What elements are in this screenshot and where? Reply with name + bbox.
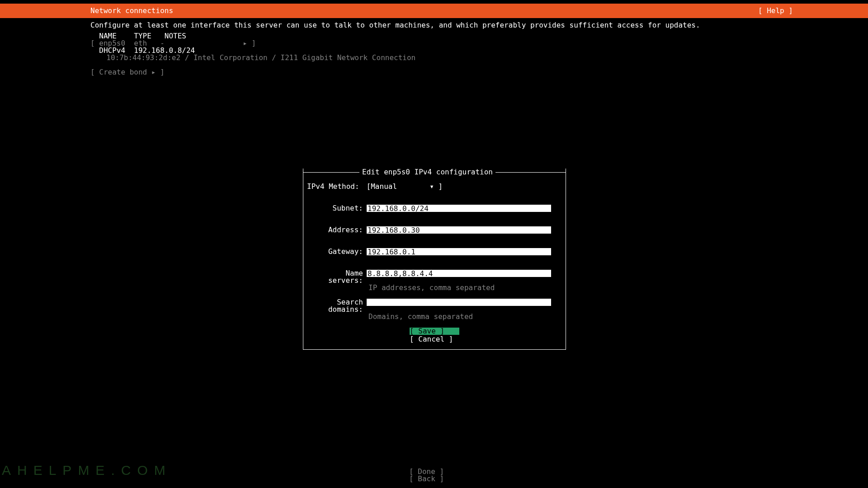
address-input[interactable] xyxy=(367,226,551,234)
subnet-label: Subnet: xyxy=(307,205,365,212)
iface-hardware-info: 10:7b:44:93:2d:e2 / Intel Corporation / … xyxy=(7,54,868,61)
gateway-label: Gateway: xyxy=(307,248,365,255)
save-button[interactable]: [ Save ] xyxy=(410,328,459,335)
gateway-input[interactable] xyxy=(367,248,551,255)
page-title: Network connections xyxy=(0,7,173,14)
subnet-input[interactable] xyxy=(367,205,551,212)
name-servers-label: Name servers: xyxy=(307,270,365,284)
header-bar: Network connections [ Help ] xyxy=(0,4,868,18)
help-button[interactable]: [ Help ] xyxy=(758,7,868,14)
address-label: Address: xyxy=(307,226,365,234)
name-servers-input[interactable] xyxy=(367,270,551,277)
cancel-button[interactable]: [ Cancel ] xyxy=(410,336,459,343)
create-bond-button[interactable]: [ Create bond ▸ ] xyxy=(0,69,868,76)
search-domains-label: Search domains: xyxy=(307,299,365,313)
back-button[interactable]: [ Back ] xyxy=(409,475,459,483)
watermark: AHELPME.COM xyxy=(2,467,172,474)
ipv4-method-label: IPv4 Method: xyxy=(307,183,361,190)
name-servers-hint: IP addresses, comma separated xyxy=(368,284,495,291)
ipv4-config-dialog: Edit enp5s0 IPv4 configuration IPv4 Meth… xyxy=(303,169,566,350)
search-domains-hint: Domains, comma separated xyxy=(368,313,473,320)
description-text: Configure at least one interface this se… xyxy=(0,18,868,33)
ipv4-method-select[interactable]: [ Manual ▾ ] xyxy=(367,183,443,190)
search-domains-input[interactable] xyxy=(367,299,551,306)
dialog-title: Edit enp5s0 IPv4 configuration xyxy=(359,169,495,176)
